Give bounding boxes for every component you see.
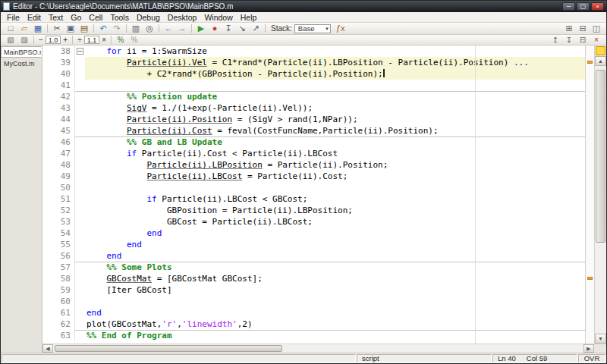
dock-icon[interactable]: ⊟ [576,24,590,34]
fold-column[interactable] [74,318,85,330]
uncomment-icon[interactable]: % [127,36,141,45]
line-number[interactable]: 61 [42,307,74,318]
menu-desktop[interactable]: Desktop [164,13,201,22]
vertical-scroll-track[interactable] [595,66,606,334]
code-text[interactable]: GBCost = Particle(ii).LBCost; [85,216,585,228]
dock-editor-icon[interactable]: ⊟ [576,36,590,45]
close-button[interactable]: × [591,2,604,11]
code-editor[interactable]: 38−for ii = 1:SwarmSize39Particle(ii).Ve… [42,46,585,344]
multiply-value-button[interactable]: × [99,36,109,44]
line-number[interactable]: 41 [42,80,74,91]
code-text[interactable]: end [85,239,585,250]
code-text[interactable]: plot(GBCostMat,'r','linewidth',2) [85,318,585,330]
horizontal-scroll-thumb[interactable] [55,345,282,352]
fold-column[interactable] [74,57,85,68]
decrease-value-button[interactable]: − [36,36,46,44]
maximize-button[interactable]: ▢ [577,2,590,11]
mlint-message-strip[interactable] [585,46,594,344]
fold-column[interactable]: − [74,46,85,57]
line-number[interactable]: 39 [42,57,74,68]
comment-icon[interactable]: % [114,36,127,45]
undock-icon[interactable]: ◫ [590,24,603,34]
code-text[interactable]: Particle(ii).Position = (SigV > rand(1,N… [85,114,585,125]
code-text[interactable]: Particle(ii).LBPosition = Particle(ii).P… [85,159,585,171]
fold-column[interactable] [74,136,85,148]
line-number[interactable]: 47 [42,148,74,159]
line-number[interactable]: 42 [42,91,74,102]
fold-column[interactable] [74,91,85,102]
menu-help[interactable]: Help [237,13,261,22]
menu-window[interactable]: Window [200,13,236,22]
code-text[interactable] [85,296,585,307]
code-text[interactable]: [Iter GBCost] [85,284,585,296]
line-number[interactable]: 62 [42,318,74,330]
cut-icon[interactable]: ✂ [50,24,64,34]
mlint-indicator[interactable] [596,46,605,55]
fold-column[interactable] [74,296,85,307]
menu-cell[interactable]: Cell [85,13,106,22]
menu-text[interactable]: Text [45,13,67,22]
fold-column[interactable] [74,171,85,182]
code-text[interactable]: end [85,307,585,318]
code-text[interactable] [85,80,585,91]
close-editor-icon[interactable]: × [590,36,603,45]
tile-windows-icon[interactable]: ⊞ [562,24,576,34]
code-text[interactable]: for ii = 1:SwarmSize [85,46,585,57]
code-text[interactable]: %% Some Plots [85,262,585,273]
fold-column[interactable] [74,148,85,159]
line-number[interactable]: 59 [42,284,74,296]
stack-selector[interactable]: Base▾ [294,24,331,33]
code-text[interactable]: Particle(ii).Vel = C1*rand*(Particle(ii)… [85,57,585,68]
fold-column[interactable] [74,182,85,193]
line-number[interactable]: 48 [42,159,74,171]
cell-titles-icon[interactable]: ▨ [17,36,31,45]
document-tab-mainbpso-m[interactable]: MainBPSO.m× [1,46,42,58]
save-icon[interactable]: ▦ [31,24,45,34]
code-text[interactable]: Particle(ii).Cost = feval(CostFuncName,P… [85,125,585,136]
fold-column[interactable] [74,102,85,114]
vertical-scroll-thumb[interactable] [596,70,605,243]
line-number[interactable]: 55 [42,239,74,250]
horizontal-scroll-track[interactable] [53,344,583,353]
line-number[interactable]: 57 [42,262,74,273]
line-number[interactable]: 58 [42,273,74,284]
mlint-warning-marker[interactable] [587,61,593,64]
undo-icon[interactable]: ↶ [96,24,110,34]
fold-column[interactable] [74,205,85,216]
line-number[interactable]: 63 [42,330,74,341]
fold-column[interactable] [74,330,85,341]
fold-column[interactable] [74,159,85,171]
back-icon[interactable]: ← [162,24,175,34]
code-text[interactable]: GBPosition = Particle(ii).LBPosition; [85,205,585,216]
code-text[interactable]: end [85,250,585,262]
line-number[interactable]: 43 [42,102,74,114]
insert-cell-icon[interactable]: ▧ [4,36,17,45]
new-script-icon[interactable]: □ [4,24,17,34]
line-number[interactable]: 52 [42,205,74,216]
line-number[interactable]: 38 [42,46,74,57]
breakpoint-icon[interactable]: ● [208,24,222,34]
line-number[interactable]: 44 [42,114,74,125]
fold-column[interactable] [74,216,85,228]
line-number[interactable]: 45 [42,125,74,136]
overwrite-mode-indicator[interactable]: OVR [578,354,605,362]
menu-go[interactable]: Go [67,13,85,22]
code-text[interactable] [85,182,585,193]
code-text[interactable]: if Particle(ii).Cost < Particle(ii).LBCo… [85,148,585,159]
step-out-icon[interactable]: ↗ [249,24,263,34]
vertical-scrollbar[interactable]: ▲ ▼ [594,46,606,344]
run-icon[interactable]: ▶ [194,24,208,34]
paste-icon[interactable]: ▤ [77,24,91,34]
fold-column[interactable] [74,125,85,136]
document-tab-mycost-m[interactable]: MyCost.m [1,58,42,69]
mlint-warning-marker[interactable] [587,277,593,280]
divide-value-button[interactable]: ÷ [75,36,84,44]
fold-column[interactable] [74,262,85,273]
line-number[interactable]: 53 [42,216,74,228]
code-text[interactable]: %% End of Program [85,330,585,341]
line-number[interactable]: 46 [42,136,74,148]
scroll-down-arrow-icon[interactable]: ▼ [595,334,606,344]
function-browser-icon[interactable]: ƒx [334,24,348,34]
fold-column[interactable] [74,239,85,250]
step-icon[interactable]: ↧ [222,24,235,34]
